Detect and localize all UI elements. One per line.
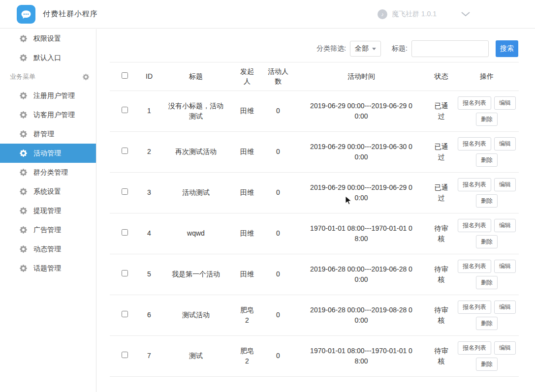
signup-list-button[interactable]: 报名列表 — [458, 219, 491, 232]
row-id: 4 — [145, 228, 153, 238]
gear-icon — [20, 54, 27, 61]
row-checkbox[interactable] — [122, 270, 128, 276]
row-checkbox[interactable] — [122, 188, 128, 195]
row-time: 2019-06-29 00:00---2019-06-30 00:00 — [309, 142, 414, 162]
sidebar-item-label: 话题管理 — [33, 264, 61, 273]
row-checkbox[interactable] — [122, 311, 128, 317]
gear-icon[interactable] — [83, 74, 89, 80]
sidebar-item-label: 权限设置 — [33, 34, 61, 43]
gear-icon — [20, 169, 27, 176]
signup-list-button[interactable]: 报名列表 — [458, 341, 491, 355]
sidebar-section-title: 业务菜单 — [10, 72, 35, 81]
row-checkbox[interactable] — [122, 148, 128, 154]
table-container: ID标题发起人活动人数活动时间状态操作 1没有小标题，活动测试田维02019-0… — [110, 62, 518, 392]
signup-list-button[interactable]: 报名列表 — [458, 137, 491, 151]
sidebar-item-label: 注册用户管理 — [33, 91, 75, 100]
row-title: 活动测试 — [167, 187, 225, 197]
activity-table: ID标题发起人活动人数活动时间状态操作 1没有小标题，活动测试田维02019-0… — [110, 62, 519, 377]
brand-logo-icon: ♪ — [378, 9, 387, 19]
delete-button[interactable]: 删除 — [476, 317, 498, 330]
sidebar-item[interactable]: 群分类管理 — [0, 163, 96, 182]
sidebar-menu-group: 注册用户管理访客用户管理群管理活动管理群分类管理系统设置提现管理广告管理动态管理… — [0, 86, 96, 278]
gear-icon — [20, 111, 27, 119]
edit-button[interactable]: 编辑 — [494, 341, 516, 355]
delete-button[interactable]: 删除 — [476, 235, 498, 248]
signup-list-button[interactable]: 报名列表 — [458, 96, 491, 110]
row-participants: 0 — [267, 106, 289, 116]
gear-icon — [20, 207, 27, 214]
edit-button[interactable]: 编辑 — [494, 137, 516, 151]
row-checkbox[interactable] — [122, 352, 128, 358]
delete-button[interactable]: 删除 — [476, 194, 498, 208]
edit-button[interactable]: 编辑 — [494, 301, 516, 314]
row-status: 待审核 — [433, 223, 450, 243]
filter-bar: 分类筛选: 全部 标题: 搜索 — [97, 29, 535, 62]
title-search-input[interactable] — [411, 40, 489, 57]
edit-button[interactable]: 编辑 — [494, 219, 516, 232]
row-initiator: 肥皂2 — [239, 305, 255, 325]
row-id: 1 — [145, 106, 153, 116]
sidebar-item-label: 活动管理 — [33, 149, 61, 158]
column-header: 活动时间 — [295, 62, 428, 91]
signup-list-button[interactable]: 报名列表 — [458, 260, 491, 273]
sidebar-item-label: 群分类管理 — [33, 168, 68, 177]
delete-button[interactable]: 删除 — [476, 113, 498, 126]
sidebar-item[interactable]: 访客用户管理 — [0, 105, 96, 124]
row-initiator: 田维 — [239, 228, 255, 238]
select-all-checkbox[interactable] — [122, 72, 128, 79]
row-participants: 0 — [267, 310, 289, 320]
category-select[interactable]: 全部 — [350, 41, 381, 57]
column-header: ID — [139, 62, 159, 91]
sidebar-item[interactable]: 话题管理 — [0, 259, 96, 278]
sidebar-item[interactable]: 权限设置 — [0, 29, 96, 48]
row-participants: 0 — [267, 351, 289, 361]
row-checkbox[interactable] — [122, 229, 128, 236]
gear-icon — [20, 245, 27, 253]
delete-button[interactable]: 删除 — [476, 358, 498, 371]
row-participants: 0 — [267, 228, 289, 238]
sidebar-item[interactable]: 默认入口 — [0, 48, 96, 67]
row-status: 已通过 — [433, 101, 450, 121]
sidebar-section: 业务菜单 — [0, 67, 96, 86]
row-id: 6 — [145, 310, 153, 320]
chevron-down-icon[interactable] — [461, 12, 470, 17]
signup-list-button[interactable]: 报名列表 — [458, 178, 491, 191]
sidebar-item-label: 系统设置 — [33, 187, 61, 196]
sidebar-item[interactable]: 系统设置 — [0, 182, 96, 201]
sidebar-top-group: 权限设置默认入口 — [0, 29, 96, 67]
row-id: 5 — [145, 269, 153, 279]
row-title: wqwd — [167, 228, 225, 238]
delete-button[interactable]: 删除 — [476, 153, 498, 167]
sidebar-item[interactable]: 活动管理 — [0, 144, 96, 163]
row-time: 2019-06-28 00:00---2019-06-28 00:00 — [309, 264, 414, 284]
sidebar-item[interactable]: 广告管理 — [0, 220, 96, 240]
sidebar-item[interactable]: 提现管理 — [0, 201, 96, 220]
gear-icon — [20, 130, 27, 138]
row-participants: 0 — [267, 187, 289, 197]
row-participants: 0 — [267, 147, 289, 156]
row-initiator: 肥皂2 — [239, 346, 255, 366]
edit-button[interactable]: 编辑 — [494, 260, 516, 273]
edit-button[interactable]: 编辑 — [494, 96, 516, 110]
search-button[interactable]: 搜索 — [496, 40, 518, 57]
sidebar-item-label: 提现管理 — [33, 207, 61, 215]
row-status: 已通过 — [433, 182, 450, 203]
brand-version-label: 魔飞社群 1.0.1 — [392, 10, 437, 19]
row-checkbox[interactable] — [122, 107, 128, 113]
gear-icon — [20, 150, 27, 157]
row-status: 已通过 — [433, 142, 450, 162]
main-content: 分类筛选: 全部 标题: 搜索 ID标题发起人活动人数活动时间状态操作 1没有小… — [97, 29, 535, 392]
sidebar-item-label: 默认入口 — [33, 54, 61, 62]
sidebar-item-label: 群管理 — [33, 130, 54, 139]
sidebar-item[interactable]: 群管理 — [0, 124, 96, 144]
gear-icon — [20, 188, 27, 195]
sidebar-item[interactable]: 注册用户管理 — [0, 86, 96, 105]
row-initiator: 田维 — [239, 106, 255, 116]
column-header: 状态 — [428, 62, 455, 91]
signup-list-button[interactable]: 报名列表 — [458, 301, 491, 314]
row-title: 再次测试活动 — [167, 147, 225, 156]
edit-button[interactable]: 编辑 — [494, 178, 516, 191]
delete-button[interactable]: 删除 — [476, 276, 498, 289]
sidebar-item[interactable]: 动态管理 — [0, 240, 96, 259]
sidebar: 权限设置默认入口 业务菜单 注册用户管理访客用户管理群管理活动管理群分类管理系统… — [0, 29, 96, 392]
